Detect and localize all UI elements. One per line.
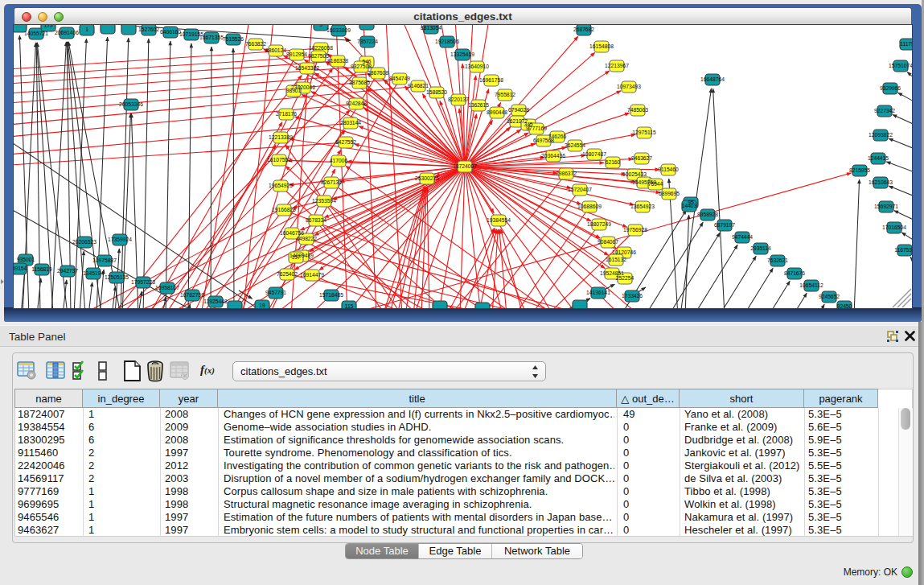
svg-text:17016504: 17016504 bbox=[882, 225, 906, 230]
svg-text:1: 1 bbox=[85, 27, 88, 32]
svg-text:8860124: 8860124 bbox=[265, 47, 286, 53]
svg-text:8990448: 8990448 bbox=[487, 109, 507, 115]
svg-text:9: 9 bbox=[319, 25, 322, 27]
svg-text:8215955: 8215955 bbox=[849, 167, 870, 173]
svg-text:16961758: 16961758 bbox=[479, 77, 503, 83]
svg-text:8958928: 8958928 bbox=[697, 212, 718, 217]
svg-text:2687682: 2687682 bbox=[573, 27, 594, 32]
svg-text:15692971: 15692971 bbox=[874, 204, 898, 209]
svg-text:1588520: 1588520 bbox=[426, 89, 447, 95]
svg-text:252254: 252254 bbox=[616, 275, 634, 281]
svg-text:13325419: 13325419 bbox=[450, 51, 474, 57]
svg-text:8471676: 8471676 bbox=[784, 270, 805, 276]
svg-text:14403: 14403 bbox=[682, 203, 697, 208]
svg-text:9227342: 9227342 bbox=[874, 108, 895, 113]
svg-text:1244415: 1244415 bbox=[868, 155, 889, 161]
svg-text:16671355: 16671355 bbox=[199, 35, 224, 40]
svg-text:12353594: 12353594 bbox=[312, 198, 336, 204]
svg-text:7485063: 7485063 bbox=[627, 107, 648, 113]
svg-text:9777169: 9777169 bbox=[526, 126, 547, 131]
svg-text:8912954: 8912954 bbox=[286, 51, 307, 57]
svg-text:10973493: 10973493 bbox=[617, 84, 641, 89]
svg-text:39154: 39154 bbox=[14, 266, 27, 271]
svg-text:8427552: 8427552 bbox=[335, 139, 356, 145]
svg-text:10958107: 10958107 bbox=[155, 285, 179, 290]
svg-text:6497568: 6497568 bbox=[533, 138, 554, 143]
svg-text:6899695: 6899695 bbox=[659, 191, 680, 196]
svg-text:9115460: 9115460 bbox=[658, 167, 679, 172]
svg-text:19166829: 19166829 bbox=[272, 207, 296, 212]
svg-text:9474444: 9474444 bbox=[732, 234, 753, 240]
svg-text:8813054: 8813054 bbox=[421, 25, 441, 31]
svg-text:18807249: 18807249 bbox=[587, 221, 611, 227]
svg-text:115: 115 bbox=[345, 303, 354, 308]
svg-text:1345194: 1345194 bbox=[83, 270, 104, 276]
svg-text:1362615: 1362615 bbox=[468, 102, 489, 108]
svg-text:10025433: 10025433 bbox=[622, 171, 647, 177]
svg-text:62160: 62160 bbox=[606, 159, 621, 165]
svg-text:9327508: 9327508 bbox=[351, 64, 372, 69]
svg-text:7955812: 7955812 bbox=[495, 92, 515, 97]
svg-text:417006: 417006 bbox=[330, 158, 348, 163]
svg-text:10688609: 10688609 bbox=[577, 204, 602, 209]
svg-text:20053346: 20053346 bbox=[119, 101, 143, 107]
svg-text:92450: 92450 bbox=[837, 303, 852, 308]
svg-text:14055721: 14055721 bbox=[24, 31, 48, 36]
svg-text:17359924: 17359924 bbox=[108, 237, 132, 242]
svg-text:19218506: 19218506 bbox=[435, 39, 459, 44]
svg-text:20691406: 20691406 bbox=[55, 30, 79, 35]
svg-text:16543382: 16543382 bbox=[295, 65, 319, 71]
svg-text:12093822: 12093822 bbox=[869, 132, 893, 138]
svg-text:7986372: 7986372 bbox=[556, 171, 577, 176]
svg-text:1733426: 1733426 bbox=[622, 293, 643, 299]
svg-text:3624554: 3624554 bbox=[565, 142, 585, 148]
svg-text:9242848: 9242848 bbox=[346, 101, 367, 106]
svg-text:9457791: 9457791 bbox=[265, 290, 286, 295]
svg-text:98901: 98901 bbox=[286, 88, 302, 93]
svg-text:16210643: 16210643 bbox=[869, 179, 893, 185]
svg-text:13640910: 13640910 bbox=[465, 64, 489, 69]
svg-text:6794028: 6794028 bbox=[508, 107, 529, 113]
svg-text:12213389: 12213389 bbox=[269, 134, 293, 140]
svg-text:1156819: 1156819 bbox=[31, 266, 52, 272]
svg-text:19: 19 bbox=[259, 303, 265, 308]
svg-text:7632621: 7632621 bbox=[767, 257, 788, 263]
svg-text:9146821: 9146821 bbox=[408, 83, 429, 89]
svg-text:8454749: 8454749 bbox=[389, 76, 410, 81]
svg-text:11925448: 11925448 bbox=[203, 299, 228, 304]
svg-text:12975115: 12975115 bbox=[632, 130, 656, 135]
svg-text:4498222: 4498222 bbox=[296, 236, 317, 241]
svg-text:15751074: 15751074 bbox=[889, 63, 912, 68]
svg-text:25300275: 25300275 bbox=[415, 175, 439, 181]
svg-text:7625402: 7625402 bbox=[277, 271, 298, 277]
svg-text:9827505: 9827505 bbox=[308, 53, 329, 59]
svg-text:8186328: 8186328 bbox=[327, 58, 348, 64]
svg-text:19654925: 19654925 bbox=[269, 183, 293, 188]
svg-text:10120746: 10120746 bbox=[612, 249, 636, 255]
svg-text:3875685: 3875685 bbox=[349, 80, 370, 85]
svg-text:2718176: 2718176 bbox=[276, 111, 297, 117]
svg-text:15720407: 15720407 bbox=[568, 187, 592, 192]
svg-text:2935114: 2935114 bbox=[750, 245, 771, 251]
svg-text:12505135: 12505135 bbox=[105, 274, 129, 280]
svg-text:9084067: 9084067 bbox=[598, 239, 618, 245]
svg-text:2867608: 2867608 bbox=[368, 70, 388, 76]
svg-text:1527602: 1527602 bbox=[138, 27, 159, 32]
svg-text:14136141: 14136141 bbox=[586, 290, 610, 295]
svg-text:12213967: 12213967 bbox=[605, 63, 629, 68]
svg-text:1167533: 1167533 bbox=[894, 247, 912, 253]
svg-text:6466160: 6466160 bbox=[160, 29, 181, 35]
svg-text:13654923: 13654923 bbox=[630, 204, 655, 209]
svg-text:16107552: 16107552 bbox=[267, 157, 291, 163]
svg-text:16046756: 16046756 bbox=[280, 230, 304, 236]
svg-text:15718485: 15718485 bbox=[319, 292, 343, 298]
svg-text:19384554: 19384554 bbox=[487, 217, 511, 223]
svg-text:75944: 75944 bbox=[648, 181, 663, 187]
svg-text:7357224: 7357224 bbox=[357, 39, 378, 44]
svg-text:9245652: 9245652 bbox=[819, 294, 840, 299]
svg-text:18226058: 18226058 bbox=[309, 45, 333, 51]
svg-text:16914479: 16914479 bbox=[300, 272, 324, 278]
svg-text:8267130: 8267130 bbox=[321, 179, 342, 185]
svg-text:10807487: 10807487 bbox=[582, 151, 606, 157]
svg-text:16154808: 16154808 bbox=[589, 43, 614, 49]
